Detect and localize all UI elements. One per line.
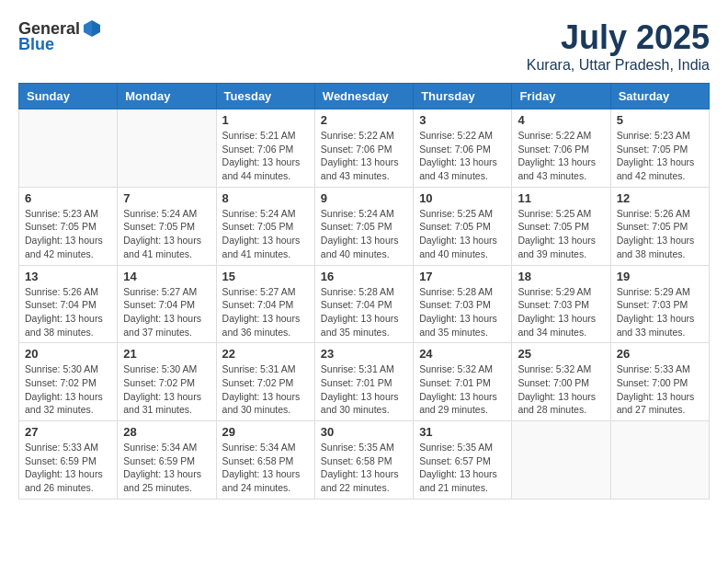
day-number: 28	[123, 425, 210, 439]
day-info: Sunrise: 5:25 AM Sunset: 7:05 PM Dayligh…	[419, 207, 506, 261]
day-number: 31	[419, 425, 506, 439]
calendar-cell: 11Sunrise: 5:25 AM Sunset: 7:05 PM Dayli…	[512, 187, 610, 265]
calendar-cell: 19Sunrise: 5:29 AM Sunset: 7:03 PM Dayli…	[610, 265, 709, 343]
calendar-cell: 2Sunrise: 5:22 AM Sunset: 7:06 PM Daylig…	[314, 109, 413, 188]
logo-flag-icon	[82, 18, 102, 39]
calendar-cell: 20Sunrise: 5:30 AM Sunset: 7:02 PM Dayli…	[19, 343, 118, 421]
calendar-cell: 26Sunrise: 5:33 AM Sunset: 7:00 PM Dayli…	[610, 343, 709, 421]
day-number: 2	[321, 113, 407, 127]
day-info: Sunrise: 5:31 AM Sunset: 7:01 PM Dayligh…	[321, 362, 407, 417]
day-number: 1	[222, 113, 309, 127]
day-number: 30	[321, 425, 407, 439]
day-of-week-header: Wednesday	[314, 84, 413, 109]
day-info: Sunrise: 5:31 AM Sunset: 7:02 PM Dayligh…	[222, 362, 309, 417]
calendar-cell: 15Sunrise: 5:27 AM Sunset: 7:04 PM Dayli…	[216, 265, 314, 343]
day-info: Sunrise: 5:24 AM Sunset: 7:05 PM Dayligh…	[222, 207, 309, 261]
day-info: Sunrise: 5:22 AM Sunset: 7:06 PM Dayligh…	[518, 129, 604, 183]
day-info: Sunrise: 5:26 AM Sunset: 7:04 PM Dayligh…	[25, 285, 111, 339]
calendar-week-row: 27Sunrise: 5:33 AM Sunset: 6:59 PM Dayli…	[19, 421, 710, 500]
day-number: 20	[25, 347, 111, 361]
day-info: Sunrise: 5:25 AM Sunset: 7:05 PM Dayligh…	[518, 207, 604, 261]
month-title: July 2025	[527, 18, 710, 57]
calendar-week-row: 13Sunrise: 5:26 AM Sunset: 7:04 PM Dayli…	[19, 265, 710, 343]
calendar-table: SundayMondayTuesdayWednesdayThursdayFrid…	[18, 83, 710, 500]
calendar-cell: 31Sunrise: 5:35 AM Sunset: 6:57 PM Dayli…	[414, 421, 512, 500]
day-of-week-header: Friday	[512, 84, 610, 109]
day-number: 14	[123, 270, 210, 283]
calendar-cell: 24Sunrise: 5:32 AM Sunset: 7:01 PM Dayli…	[414, 343, 512, 421]
day-info: Sunrise: 5:33 AM Sunset: 6:59 PM Dayligh…	[25, 441, 111, 495]
calendar-week-row: 20Sunrise: 5:30 AM Sunset: 7:02 PM Dayli…	[19, 343, 710, 421]
day-info: Sunrise: 5:26 AM Sunset: 7:05 PM Dayligh…	[617, 207, 703, 261]
day-number: 5	[617, 113, 703, 127]
day-of-week-header: Monday	[118, 84, 216, 109]
day-number: 21	[123, 347, 210, 361]
calendar-cell: 13Sunrise: 5:26 AM Sunset: 7:04 PM Dayli…	[19, 265, 118, 343]
day-number: 22	[222, 347, 309, 361]
day-number: 6	[25, 191, 111, 205]
day-info: Sunrise: 5:24 AM Sunset: 7:05 PM Dayligh…	[321, 207, 407, 261]
calendar-cell: 16Sunrise: 5:28 AM Sunset: 7:04 PM Dayli…	[314, 265, 413, 343]
calendar-cell: 8Sunrise: 5:24 AM Sunset: 7:05 PM Daylig…	[216, 187, 314, 265]
day-info: Sunrise: 5:28 AM Sunset: 7:03 PM Dayligh…	[419, 285, 506, 339]
calendar-cell: 30Sunrise: 5:35 AM Sunset: 6:58 PM Dayli…	[314, 421, 413, 500]
calendar-cell: 10Sunrise: 5:25 AM Sunset: 7:05 PM Dayli…	[414, 187, 512, 265]
calendar-cell	[118, 109, 216, 188]
day-info: Sunrise: 5:32 AM Sunset: 7:01 PM Dayligh…	[419, 362, 506, 417]
calendar-cell: 23Sunrise: 5:31 AM Sunset: 7:01 PM Dayli…	[314, 343, 413, 421]
calendar-cell: 3Sunrise: 5:22 AM Sunset: 7:06 PM Daylig…	[414, 109, 512, 188]
day-number: 15	[222, 270, 309, 283]
day-number: 16	[321, 270, 407, 283]
title-area: July 2025 Kurara, Uttar Pradesh, India	[527, 18, 710, 74]
calendar-cell: 1Sunrise: 5:21 AM Sunset: 7:06 PM Daylig…	[216, 109, 314, 188]
calendar-cell: 22Sunrise: 5:31 AM Sunset: 7:02 PM Dayli…	[216, 343, 314, 421]
day-number: 8	[222, 191, 309, 205]
day-info: Sunrise: 5:23 AM Sunset: 7:05 PM Dayligh…	[25, 207, 111, 261]
day-number: 24	[419, 347, 506, 361]
day-info: Sunrise: 5:27 AM Sunset: 7:04 PM Dayligh…	[123, 285, 210, 339]
day-number: 12	[617, 191, 703, 205]
day-number: 11	[518, 191, 604, 205]
day-info: Sunrise: 5:22 AM Sunset: 7:06 PM Dayligh…	[321, 129, 407, 183]
calendar-week-row: 6Sunrise: 5:23 AM Sunset: 7:05 PM Daylig…	[19, 187, 710, 265]
calendar-week-row: 1Sunrise: 5:21 AM Sunset: 7:06 PM Daylig…	[19, 109, 710, 188]
logo-blue: Blue	[18, 35, 54, 54]
day-info: Sunrise: 5:29 AM Sunset: 7:03 PM Dayligh…	[617, 285, 703, 339]
day-info: Sunrise: 5:35 AM Sunset: 6:57 PM Dayligh…	[419, 441, 506, 495]
day-info: Sunrise: 5:33 AM Sunset: 7:00 PM Dayligh…	[617, 362, 703, 417]
calendar-cell: 9Sunrise: 5:24 AM Sunset: 7:05 PM Daylig…	[314, 187, 413, 265]
day-info: Sunrise: 5:24 AM Sunset: 7:05 PM Dayligh…	[123, 207, 210, 261]
calendar-cell	[19, 109, 118, 188]
day-of-week-header: Saturday	[610, 84, 709, 109]
day-info: Sunrise: 5:22 AM Sunset: 7:06 PM Dayligh…	[419, 129, 506, 183]
calendar-cell: 28Sunrise: 5:34 AM Sunset: 6:59 PM Dayli…	[118, 421, 216, 500]
day-of-week-header: Tuesday	[216, 84, 314, 109]
day-info: Sunrise: 5:23 AM Sunset: 7:05 PM Dayligh…	[617, 129, 703, 183]
day-info: Sunrise: 5:28 AM Sunset: 7:04 PM Dayligh…	[321, 285, 407, 339]
calendar-cell: 29Sunrise: 5:34 AM Sunset: 6:58 PM Dayli…	[216, 421, 314, 500]
day-number: 19	[617, 270, 703, 283]
day-number: 23	[321, 347, 407, 361]
day-info: Sunrise: 5:30 AM Sunset: 7:02 PM Dayligh…	[25, 362, 111, 417]
day-info: Sunrise: 5:21 AM Sunset: 7:06 PM Dayligh…	[222, 129, 309, 183]
calendar-cell	[512, 421, 610, 500]
calendar-cell	[610, 421, 709, 500]
day-of-week-header: Thursday	[414, 84, 512, 109]
calendar-cell: 18Sunrise: 5:29 AM Sunset: 7:03 PM Dayli…	[512, 265, 610, 343]
page-header: General Blue July 2025 Kurara, Uttar Pra…	[18, 18, 710, 74]
day-number: 25	[518, 347, 604, 361]
calendar-cell: 17Sunrise: 5:28 AM Sunset: 7:03 PM Dayli…	[414, 265, 512, 343]
day-info: Sunrise: 5:35 AM Sunset: 6:58 PM Dayligh…	[321, 441, 407, 495]
day-info: Sunrise: 5:34 AM Sunset: 6:58 PM Dayligh…	[222, 441, 309, 495]
day-info: Sunrise: 5:30 AM Sunset: 7:02 PM Dayligh…	[123, 362, 210, 417]
calendar-cell: 12Sunrise: 5:26 AM Sunset: 7:05 PM Dayli…	[610, 187, 709, 265]
day-number: 18	[518, 270, 604, 283]
day-number: 29	[222, 425, 309, 439]
calendar-header-row: SundayMondayTuesdayWednesdayThursdayFrid…	[19, 84, 710, 109]
day-number: 3	[419, 113, 506, 127]
day-number: 4	[518, 113, 604, 127]
calendar-cell: 5Sunrise: 5:23 AM Sunset: 7:05 PM Daylig…	[610, 109, 709, 188]
calendar-cell: 6Sunrise: 5:23 AM Sunset: 7:05 PM Daylig…	[19, 187, 118, 265]
day-number: 26	[617, 347, 703, 361]
day-number: 10	[419, 191, 506, 205]
